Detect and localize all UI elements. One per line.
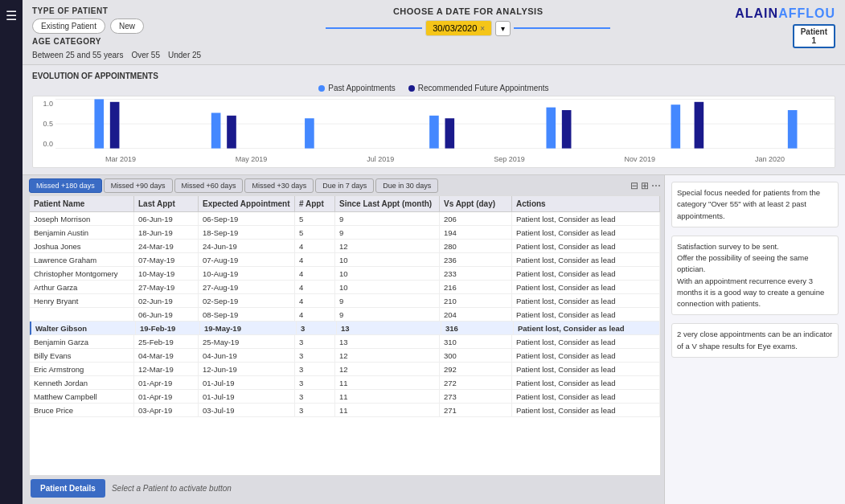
td-name: Joshua Jones xyxy=(30,240,134,252)
table-row[interactable]: Joshua Jones 24-Mar-19 24-Jun-19 4 12 28… xyxy=(30,240,660,253)
more-icon[interactable]: ⋯ xyxy=(651,180,661,191)
table-row[interactable]: Henry Bryant 02-Jun-19 02-Sep-19 4 9 210… xyxy=(30,294,660,308)
td-action: Patient lost, Consider as lead xyxy=(512,240,660,252)
td-expected: 07-Aug-19 xyxy=(199,253,295,266)
table-row[interactable]: Walter Gibson 19-Feb-19 19-May-19 3 13 3… xyxy=(30,322,660,335)
tab-missed-60[interactable]: Missed +60 days xyxy=(174,178,244,193)
chart-title: EVOLUTION OF APPOINTMENTS xyxy=(32,72,835,80)
td-vs: 280 xyxy=(440,240,512,252)
patient-details-btn[interactable]: Patient Details xyxy=(31,479,105,498)
td-appt: 4 xyxy=(295,267,335,280)
svg-rect-3 xyxy=(94,99,104,148)
table-row[interactable]: Kenneth Jordan 01-Apr-19 01-Jul-19 3 11 … xyxy=(30,376,660,390)
legend-future-label: Recommended Future Appointments xyxy=(418,84,549,92)
logo-area: ALAINAFFLOU Patient1 xyxy=(735,6,835,48)
x-label-may: May 2019 xyxy=(236,155,268,163)
td-last: 04-Mar-19 xyxy=(134,349,199,362)
patient-count-btn[interactable]: Patient1 xyxy=(793,24,835,48)
td-vs: 216 xyxy=(440,281,512,293)
td-name: Joseph Morrison xyxy=(30,212,134,225)
type-of-patient-label: TYPE OF PATIENT xyxy=(32,6,201,15)
note-3-text: 2 very close appointments can be an indi… xyxy=(677,330,832,350)
svg-rect-10 xyxy=(110,102,120,149)
td-last: 24-Mar-19 xyxy=(134,240,199,252)
td-expected: 01-Jul-19 xyxy=(199,376,295,389)
existing-patient-btn[interactable]: Existing Patient xyxy=(32,18,105,34)
menu-icon[interactable]: ☰ xyxy=(6,8,17,23)
td-name: Bruce Price xyxy=(30,404,134,416)
date-line-right xyxy=(514,27,610,29)
table-row[interactable]: Christopher Montgomery 10-May-19 10-Aug-… xyxy=(30,267,660,281)
table-row[interactable]: Benjamin Garza 25-Feb-19 25-May-19 3 13 … xyxy=(30,335,660,349)
td-since: 13 xyxy=(335,335,440,348)
chart-legend: Past Appointments Recommended Future App… xyxy=(32,84,835,92)
td-expected: 24-Jun-19 xyxy=(199,240,295,252)
td-last: 06-Jun-19 xyxy=(134,212,199,225)
tab-missed-180[interactable]: Missed +180 days xyxy=(29,178,102,193)
td-since: 9 xyxy=(335,308,440,321)
age-filter-under25[interactable]: Under 25 xyxy=(168,51,201,59)
table-row[interactable]: Eric Armstrong 12-Mar-19 12-Jun-19 3 12 … xyxy=(30,363,660,376)
date-clear-icon[interactable]: × xyxy=(480,24,485,33)
td-action: Patient lost, Consider as lead xyxy=(512,253,660,266)
tab-missed-30[interactable]: Missed +30 days xyxy=(244,178,314,193)
patient-type-filters: Existing Patient New xyxy=(32,18,201,34)
note-block-3: 2 very close appointments can be an indi… xyxy=(671,323,839,358)
td-appt: 3 xyxy=(295,335,335,348)
td-vs: 204 xyxy=(440,308,512,321)
td-action: Patient lost, Consider as lead xyxy=(512,390,660,403)
table-row[interactable]: Matthew Campbell 01-Apr-19 01-Jul-19 3 1… xyxy=(30,390,660,404)
table-row[interactable]: Billy Evans 04-Mar-19 04-Jun-19 3 12 300… xyxy=(30,349,660,363)
note-block-1: Special focus needed for patients from t… xyxy=(671,182,839,227)
table-row[interactable]: Lawrence Graham 07-May-19 07-Aug-19 4 10… xyxy=(30,253,660,267)
td-vs: 236 xyxy=(440,253,512,266)
legend-future: Recommended Future Appointments xyxy=(408,84,549,92)
td-vs: 292 xyxy=(440,363,512,375)
tabs-row: Missed +180 days Missed +90 days Missed … xyxy=(26,178,664,195)
table-body: Joseph Morrison 06-Jun-19 06-Sep-19 5 9 … xyxy=(30,212,660,475)
td-appt: 3 xyxy=(295,349,335,362)
td-expected: 12-Jun-19 xyxy=(199,363,295,375)
td-last: 27-May-19 xyxy=(134,281,199,293)
table-footer: Patient Details Select a Patient to acti… xyxy=(26,476,664,501)
tab-missed-90[interactable]: Missed +90 days xyxy=(104,178,173,193)
svg-rect-12 xyxy=(445,118,455,148)
td-since: 13 xyxy=(337,322,441,334)
date-dropdown[interactable]: ▾ xyxy=(495,21,511,36)
age-filter-25-55[interactable]: Between 25 and 55 years xyxy=(32,51,123,59)
table-row[interactable]: Benjamin Austin 18-Jun-19 18-Sep-19 5 9 … xyxy=(30,226,660,240)
svg-rect-4 xyxy=(211,113,221,148)
note-2-text: Satisfaction survey to be sent.Offer the… xyxy=(677,242,824,308)
table-row[interactable]: 06-Jun-19 08-Sep-19 4 9 204 Patient lost… xyxy=(30,308,660,322)
td-appt: 4 xyxy=(295,294,335,307)
td-expected: 06-Sep-19 xyxy=(199,212,295,225)
th-name: Patient Name xyxy=(30,196,134,211)
sidebar: ☰ xyxy=(0,0,23,504)
table-row[interactable]: Bruce Price 03-Apr-19 03-Jul-19 3 11 271… xyxy=(30,404,660,417)
note-1-text: Special focus needed for patients from t… xyxy=(677,188,820,220)
filter-icon[interactable]: ⊟ xyxy=(630,180,638,191)
td-appt: 4 xyxy=(295,308,335,321)
tab-due-30[interactable]: Due in 30 days xyxy=(375,178,438,193)
td-expected: 03-Jul-19 xyxy=(199,404,295,416)
date-tag[interactable]: 30/03/2020 × xyxy=(425,20,492,36)
tab-due-7[interactable]: Due in 7 days xyxy=(315,178,374,193)
td-appt: 4 xyxy=(295,240,335,252)
table-row[interactable]: Arthur Garza 27-May-19 27-Aug-19 4 10 21… xyxy=(30,281,660,294)
chart-svg xyxy=(55,96,835,151)
new-patient-btn[interactable]: New xyxy=(110,18,144,34)
td-since: 11 xyxy=(335,390,440,403)
td-last: 06-Jun-19 xyxy=(134,308,199,321)
td-name: Matthew Campbell xyxy=(30,390,134,403)
logo: ALAINAFFLOU xyxy=(735,6,835,21)
td-last: 01-Apr-19 xyxy=(134,376,199,389)
table-row[interactable]: Joseph Morrison 06-Jun-19 06-Sep-19 5 9 … xyxy=(30,212,660,226)
date-input-row: 30/03/2020 × ▾ xyxy=(326,20,610,36)
td-name: Benjamin Austin xyxy=(30,226,134,239)
y-label-3: 0.0 xyxy=(33,140,55,148)
age-filter-over55[interactable]: Over 55 xyxy=(131,51,160,59)
dropdown-arrow: ▾ xyxy=(501,24,505,33)
expand-icon[interactable]: ⊞ xyxy=(641,180,649,191)
td-vs: 300 xyxy=(440,349,512,362)
td-name: Walter Gibson xyxy=(31,322,136,334)
